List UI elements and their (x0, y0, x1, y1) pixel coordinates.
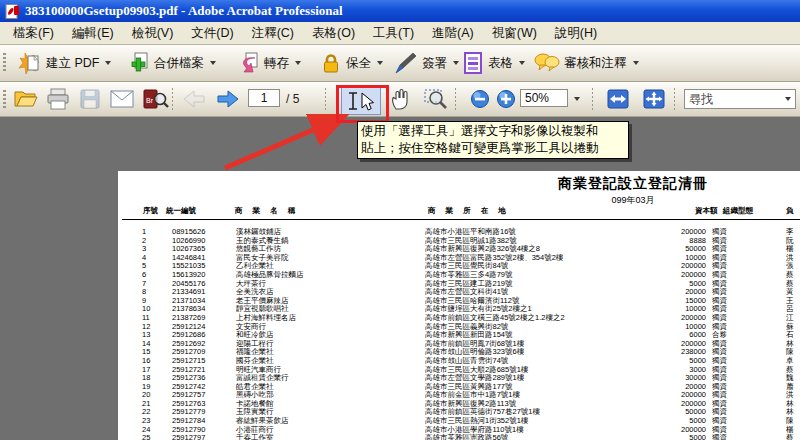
header-owner: 負 (786, 206, 794, 216)
pdf-page[interactable]: 商業登記設立登記清冊 099年03月 序號 統一編號 商 業 名 稱 商 業 所… (118, 171, 800, 440)
task-button-label: 審核和注釋 (564, 55, 627, 72)
chevron-down-icon (105, 61, 111, 65)
header-address: 商 業 所 在 地 (428, 206, 510, 216)
task-button-label: 建立 PDF (46, 55, 99, 72)
zoom-in-icon (496, 89, 516, 109)
tooltip-line-2: 貼上；按住空格鍵可變更爲掌形工具以捲動 (361, 140, 625, 157)
header-org: 組織型態 (723, 206, 753, 216)
forward-arrow-icon (216, 89, 240, 109)
pen-icon (394, 51, 418, 75)
page-number-input[interactable] (248, 89, 280, 107)
hand-tool-button[interactable] (386, 87, 414, 111)
menu-item[interactable]: 檔案(F) (4, 23, 63, 44)
menu-item[interactable]: 說明(H) (546, 23, 606, 44)
nav-toolbar: Br / 5 (0, 82, 800, 117)
table-row: 2525912797千春工作室高雄市苓雅區憲政路56號5000獨資蔡 (118, 434, 800, 440)
report-title: 商業登記設立登記清冊 (558, 175, 708, 193)
search-binder-icon: Br (143, 88, 169, 110)
find-placeholder: 尋找 (689, 91, 713, 108)
header-name: 商 業 名 稱 (235, 206, 299, 216)
cell-org: 獨資 (712, 434, 727, 440)
zoom-out-icon (470, 89, 490, 109)
zoom-dropdown-button[interactable] (568, 89, 583, 109)
fit-page-button[interactable] (640, 87, 668, 111)
document-area[interactable]: 商業登記設立登記清冊 099年03月 序號 統一編號 商 業 名 稱 商 業 所… (0, 117, 800, 440)
combine-files-icon (126, 51, 150, 75)
export-button[interactable]: 轉存 (232, 49, 305, 77)
toolbar-grip[interactable] (3, 53, 6, 73)
select-tool-tooltip: 使用「選擇工具」選擇文字和影像以複製和 貼上；按住空格鍵可變更爲掌形工具以捲動 (357, 121, 629, 159)
title-bar: 383100000Gsetup09903.pdf - Adobe Acrobat… (0, 0, 800, 22)
svg-text:Br: Br (146, 97, 154, 104)
task-button-label: 轉存 (264, 55, 289, 72)
review-comment-button[interactable]: 審核和注釋 (530, 49, 643, 77)
cell-cap: 5000 (648, 434, 706, 440)
menu-item[interactable]: 進階(A) (423, 23, 483, 44)
secure-button[interactable]: 保全 (316, 49, 387, 77)
task-button-label: 簽署 (422, 55, 447, 72)
menu-item[interactable]: 檢視(V) (123, 23, 183, 44)
previous-view-button (180, 87, 208, 111)
hand-icon (389, 87, 411, 111)
window-title: 383100000Gsetup09903.pdf - Adobe Acrobat… (25, 3, 343, 19)
open-file-button[interactable] (12, 87, 40, 111)
menu-item[interactable]: 表格(O) (303, 23, 364, 44)
fit-width-button[interactable] (604, 87, 632, 111)
chevron-down-icon (210, 61, 216, 65)
header-capital: 資本額 (695, 206, 718, 216)
chevron-down-icon (295, 61, 301, 65)
chevron-down-icon (785, 97, 791, 101)
create-pdf-button[interactable]: 建立 PDF (14, 49, 115, 77)
toolbar-separator (172, 88, 173, 110)
chevron-down-icon (519, 61, 525, 65)
toolbar-separator (674, 88, 675, 110)
email-button[interactable] (108, 87, 136, 111)
header-id: 統一編號 (166, 206, 196, 216)
chevron-down-icon (633, 61, 639, 65)
search-button[interactable]: Br (142, 87, 170, 111)
forms-button[interactable]: 表格 (458, 49, 529, 77)
tooltip-line-1: 使用「選擇工具」選擇文字和影像以複製和 (361, 123, 625, 140)
acrobat-pdf-icon (5, 4, 20, 19)
header-seq: 序號 (143, 206, 158, 216)
cell-id: 25912797 (172, 434, 205, 440)
find-input[interactable]: 尋找 (684, 89, 796, 109)
menu-item[interactable]: 注釋(C) (243, 23, 303, 44)
toolbar-grip[interactable] (3, 90, 6, 108)
save-button (76, 87, 104, 111)
print-button[interactable] (44, 87, 72, 111)
toolbar-separator (325, 88, 326, 110)
speech-bubbles-icon (534, 51, 560, 75)
create-pdf-icon (18, 51, 42, 75)
sign-button[interactable]: 簽署 (390, 49, 463, 77)
toolbar-separator (455, 88, 456, 110)
fit-page-icon (642, 88, 666, 110)
red-highlight-rectangle (336, 85, 389, 123)
menu-bar: 檔案(F)編輯(E)檢視(V)文件(D)注釋(C)表格(O)工具(T)進階(A)… (0, 22, 800, 45)
zoom-level-input[interactable] (520, 89, 568, 107)
chevron-down-icon (574, 97, 580, 101)
header-rule (122, 219, 800, 220)
task-button-label: 保全 (346, 55, 371, 72)
marquee-zoom-button[interactable] (422, 87, 450, 111)
lock-icon (320, 51, 342, 75)
table-header: 序號 統一編號 商 業 名 稱 商 業 所 在 地 資本額 組織型態 負 (118, 206, 800, 217)
marquee-zoom-icon (423, 88, 449, 110)
combine-files-button[interactable]: 合併檔案 (122, 49, 220, 77)
menu-item[interactable]: 視窗(W) (483, 23, 546, 44)
cell-seq: 25 (142, 434, 150, 440)
acrobat-window: { "window": { "title": "383100000Gsetup0… (0, 0, 800, 440)
floppy-save-icon (79, 88, 101, 110)
next-view-button[interactable] (214, 87, 242, 111)
cell-addr: 高雄市苓雅區憲政路56號 (425, 434, 508, 440)
menu-item[interactable]: 文件(D) (182, 23, 242, 44)
toolbar-separator (592, 88, 593, 110)
fit-width-icon (606, 88, 630, 110)
page-total-label: / 5 (286, 92, 299, 106)
task-button-label: 合併檔案 (154, 55, 204, 72)
menu-item[interactable]: 編輯(E) (63, 23, 123, 44)
zoom-in-button[interactable] (492, 87, 520, 111)
zoom-out-button[interactable] (466, 87, 494, 111)
menu-item[interactable]: 工具(T) (364, 23, 423, 44)
printer-icon (46, 88, 70, 110)
